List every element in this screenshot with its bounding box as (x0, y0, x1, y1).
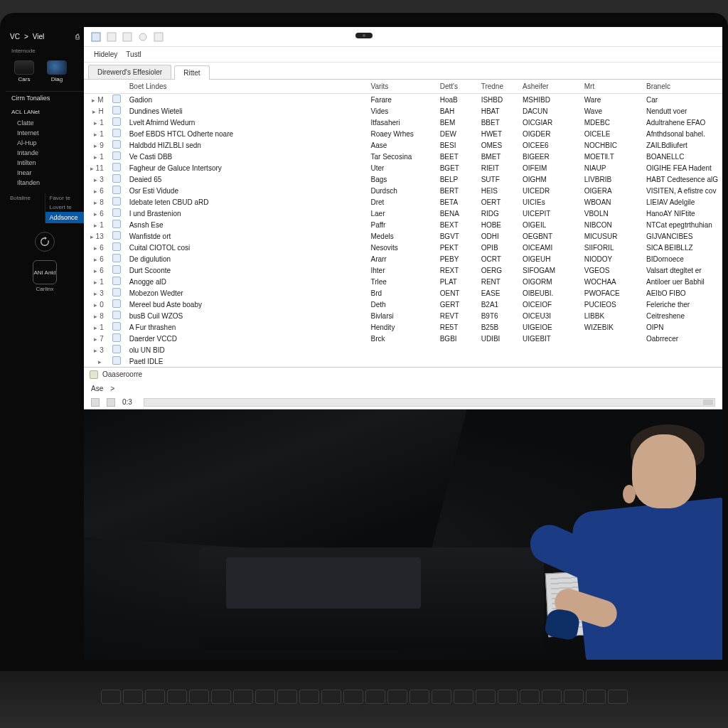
row-col-c: UICEPIT (518, 208, 580, 219)
table-row[interactable]: ▸1Boef EBDS HTCL Odherte noareRoaey Wrhe… (84, 128, 722, 139)
row-col-b: OCRT (477, 253, 518, 264)
row-col-e: ZAILBdliufert (642, 139, 722, 151)
toolbar-icon[interactable] (91, 32, 101, 42)
row-col-c: OICEIOF (518, 299, 580, 310)
refresh-icon[interactable] (35, 232, 55, 252)
table-row[interactable]: ▸Paetl IDLE (84, 355, 722, 367)
row-col-e (642, 355, 722, 367)
table-row[interactable]: ▸6Durt ScoonteIhterREXTOERGSIFOGAMVGEOSV… (84, 264, 722, 276)
row-col-b: B2A1 (477, 299, 518, 310)
row-col-c: OIGDER (518, 128, 580, 139)
row-col-d: LIVBRIB (580, 173, 642, 185)
row-type: Deth (366, 299, 435, 310)
table-row[interactable]: ▸HDundines WieteliVidesBAHHBATDACUNWaveN… (84, 105, 722, 117)
row-col-b (477, 344, 518, 355)
table-row[interactable]: ▸6Osr Esti VidudeDurdschBERTHEISUICEDROI… (84, 185, 722, 196)
os-split-left-label[interactable]: Botaline (6, 193, 45, 203)
launcher-tile-diag[interactable]: Diag (44, 58, 70, 84)
table-row[interactable]: ▸3Mobezon WedterBrdOENTEASEOIBEUBI.PWOFA… (84, 287, 722, 299)
os-module-tile[interactable]: ANI Anld (33, 260, 57, 284)
row-name: Dundines Wieteli (125, 105, 367, 117)
row-col-e: Adultrahene EFAO (642, 117, 722, 128)
table-row[interactable]: ▸0Mereel bud Aste boabyDethGERTB2A1OICEI… (84, 299, 722, 310)
launcher-tile-cars[interactable]: Cars (11, 58, 37, 84)
row-col-b: OERT (477, 196, 518, 208)
table-row[interactable]: ▸11Fagheur de Galuce IntertsoryUterBGETR… (84, 162, 722, 173)
sub-tab[interactable]: Ase (91, 385, 103, 392)
row-col-c: OICGIAR (518, 117, 580, 128)
file-icon (112, 129, 121, 137)
table-row[interactable]: ▸9Haldbdd HIZLBLI sednAaseBESIOMESOICEE6… (84, 139, 722, 151)
row-name: Durt Scoonte (125, 264, 367, 276)
os-menu[interactable]: Viel (33, 33, 45, 41)
os-nav-item[interactable]: Intande (6, 148, 84, 158)
row-icon-cell (108, 253, 125, 264)
col-a[interactable]: Dett's (436, 80, 477, 94)
table-row[interactable]: ▸1Anogge alDTrleePLATRENTOIGORMWOCHAAAnt… (84, 276, 722, 287)
table-row[interactable]: ▸6De digulutionArarrPEBYOCRTOIGEUHNIODOY… (84, 253, 722, 264)
row-col-d (580, 344, 642, 355)
os-nav-item[interactable]: Internet (6, 128, 84, 138)
col-index[interactable] (84, 80, 108, 94)
row-index: ▸6 (84, 242, 108, 253)
row-col-d (580, 355, 642, 367)
os-split-item[interactable]: Favor te (46, 193, 85, 203)
sub-toolbar-icon[interactable] (91, 398, 100, 407)
col-c[interactable]: Asheifer (518, 80, 580, 94)
row-col-c: OIGORM (518, 276, 580, 287)
table-row[interactable]: ▸1Lvelt Afnirnd WedurnItfasaheriBEMBBETO… (84, 117, 722, 128)
row-icon-cell (108, 230, 125, 242)
os-nav-item[interactable]: Intilten (6, 158, 84, 168)
row-icon-cell (108, 355, 125, 367)
toolbar-label-a[interactable]: Hideley (91, 50, 120, 58)
col-d[interactable]: Mrt (580, 80, 642, 94)
sub-tab-more-icon[interactable]: > (110, 385, 114, 392)
table-row[interactable]: ▸6I und BrastenionLaerBENARIDGUICEPITVBO… (84, 208, 722, 219)
laptop-keyboard (0, 664, 728, 728)
row-type: Laer (366, 208, 435, 219)
table-row[interactable]: ▸1A Fur thrashenHendityRE5TB25BUIGEIOEWI… (84, 321, 722, 333)
os-nav-item[interactable]: Clatte (6, 118, 84, 128)
table-row[interactable]: ▸7Daerder VCCDBrckBGBIUDIBIUIGEBITOabrre… (84, 333, 722, 344)
toolbar-icon[interactable] (154, 32, 164, 42)
os-tray-icon[interactable]: ⎙ (75, 33, 80, 41)
table-row[interactable]: ▸3Deaied 65BagsBELPSUTFOIGHMLIVBRIBHABT … (84, 173, 722, 185)
sub-toolbar-icon[interactable] (107, 398, 115, 407)
tab-active[interactable]: Rittet (174, 65, 209, 80)
horizontal-scrollbar[interactable] (144, 398, 715, 407)
toolbar-label-b[interactable]: Tustl (123, 50, 144, 58)
row-col-a: BGET (436, 162, 477, 173)
toolbar-icon[interactable] (138, 32, 148, 42)
table-row[interactable]: ▸MGadionFarareHoaBISHBDMSHIBDWareCar (84, 94, 722, 106)
row-col-d: NIODOY (580, 253, 642, 264)
col-b[interactable]: Tredne (477, 80, 518, 94)
row-index: ▸8 (84, 196, 108, 208)
table-row[interactable]: ▸13Wanfistde ortMedelsBGVTODHIOEGBNTMICU… (84, 230, 722, 242)
row-name: Osr Esti Vidude (125, 185, 367, 196)
os-nav-item[interactable]: Iltanden (6, 178, 84, 188)
col-icon[interactable] (108, 80, 125, 94)
col-e[interactable]: Branelc (642, 80, 722, 94)
os-split-item[interactable]: Lovert te (46, 203, 85, 212)
row-col-e: SICA BEIBLLZ (642, 242, 722, 253)
toolbar-icon[interactable] (122, 32, 132, 42)
os-sidebar: VC > Viel ⎙ Internode Cars Diag Cirm Ton… (6, 27, 84, 660)
table-row[interactable]: ▸6Cuital CIOTOL cosiNesovitsPEKTOPIBOICE… (84, 242, 722, 253)
table-row[interactable]: ▸1Ve Casti DBBTar SecosinaBEETBMETBIGEER… (84, 151, 722, 162)
row-col-d (580, 333, 642, 344)
col-name[interactable]: Boet Lindes (125, 80, 367, 94)
table-row[interactable]: ▸8Idebate leten CBUD aRDDretBETAOERTUICI… (84, 196, 722, 208)
row-col-d: Wave (580, 105, 642, 117)
svg-rect-0 (92, 33, 100, 41)
toolbar-icon[interactable] (107, 32, 117, 42)
tab-header[interactable]: Direwerd's Effesioler (88, 65, 171, 79)
os-nav-item[interactable]: Inear (6, 168, 84, 178)
col-type[interactable]: Varits (366, 80, 435, 94)
table-row[interactable]: ▸8busB Cuil WZOSBivlarsiREVTB9T6OICEU3IL… (84, 310, 722, 321)
table-row[interactable]: ▸3olu UN BID (84, 344, 722, 355)
os-nav-item[interactable]: Al-Hup (6, 138, 84, 148)
table-row[interactable]: ▸1Asnsh EsePaffrBEXTHOBEOIGEILNIBCONNTCa… (84, 219, 722, 230)
svg-point-3 (139, 33, 146, 41)
row-icon-cell (108, 264, 125, 276)
os-split-right-active[interactable]: Addsonce (46, 212, 85, 223)
